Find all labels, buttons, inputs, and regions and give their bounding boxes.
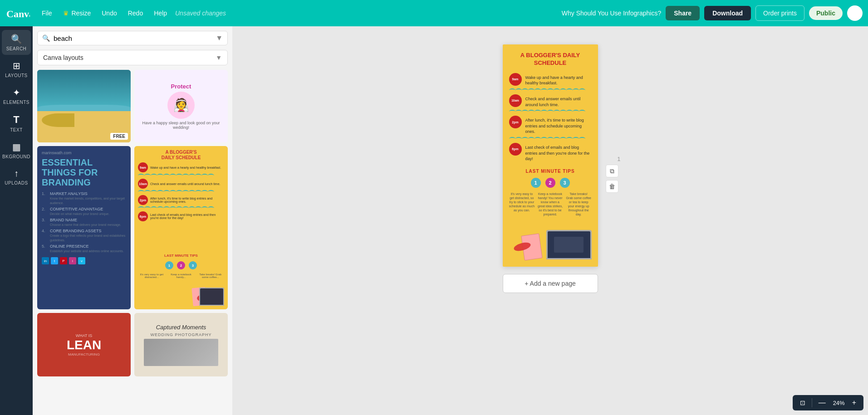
protect-title: Protect (171, 83, 191, 90)
time-badge-9am: 9am (509, 73, 522, 86)
present-button[interactable]: ⊡ (796, 397, 809, 408)
blogger-items: 9am Wake up and have a hearty and health… (138, 162, 224, 250)
branding-item-2: 2. COMPETITIVE ADVANTAGEDecide on what m… (42, 207, 126, 216)
share-button[interactable]: Share (666, 6, 700, 20)
main-infographic[interactable]: A BLOGGER'S DAILY SCHEDULE 9am Wake up a… (503, 44, 598, 267)
avatar[interactable] (847, 5, 863, 21)
infographic-row-9am: 9am Wake up and have a hearty and health… (509, 73, 592, 86)
tip-num-1: 1 (531, 178, 541, 188)
laptop-prop (546, 230, 592, 259)
download-button[interactable]: Download (704, 6, 751, 20)
canvas-page: A BLOGGER'S DAILY SCHEDULE 9am Wake up a… (503, 44, 598, 267)
canvas-area[interactable]: A BLOGGER'S DAILY SCHEDULE 9am Wake up a… (232, 26, 868, 415)
elements-icon: ✦ (13, 87, 20, 98)
item-text-9am: Wake up and have a hearty and healthy br… (525, 73, 592, 86)
branding-item-3: 3. BRAND NAMEChoose a name that delivers… (42, 218, 126, 227)
sidebar-item-search[interactable]: 🔍 SEARCH (2, 30, 31, 55)
canva-logo[interactable]: Canva (5, 5, 30, 21)
undo-menu[interactable]: Undo (97, 7, 121, 20)
help-menu[interactable]: Help (149, 7, 172, 20)
background-icon: ▦ (12, 142, 21, 152)
infographic-title: A BLOGGER'S DAILY SCHEDULE (509, 52, 592, 67)
tip-text-2: Keep a notebook handy! You never know wh… (537, 192, 563, 217)
icon-sidebar: 🔍 SEARCH ⊞ LAYOUTS ✦ ELEMENTS T TEXT ▦ B… (0, 26, 33, 415)
template-blogger[interactable]: A BLOGGER'SDAILY SCHEDULE 9am Wake up an… (134, 146, 228, 309)
linkedin-icon: in (42, 257, 49, 264)
order-prints-button[interactable]: Order prints (755, 5, 804, 21)
sidebar-item-background[interactable]: ▦ BKGROUND (2, 138, 31, 163)
time-badge-6pm: 6pm (509, 143, 522, 156)
template-lean[interactable]: WHAT IS LEAN MANUFACTURING (37, 313, 131, 376)
branding-title: ESSENTIAL THINGS FORBRANDING (42, 157, 126, 187)
blogger-row-10am: 10am Check and answer emails until aroun… (138, 179, 224, 189)
laptop-decoration (199, 288, 224, 306)
resize-menu[interactable]: ♛ Resize (59, 7, 96, 20)
template-branding[interactable]: marinswath.com ESSENTIAL THINGS FORBRAND… (37, 146, 131, 309)
template-protect[interactable]: Protect 👰 Have a happy sleep and look go… (134, 70, 228, 142)
branding-items: 1. MARKET ANALYSISKnow the market trends… (42, 191, 126, 253)
wave-3 (138, 206, 224, 210)
templates-grid: FREE Protect 👰 Have a happy sleep and lo… (37, 70, 228, 376)
uploads-icon: ↑ (14, 168, 19, 179)
sidebar-item-layouts[interactable]: ⊞ LAYOUTS (2, 57, 31, 82)
file-menu[interactable]: File (37, 7, 57, 20)
public-button[interactable]: Public (809, 6, 843, 20)
wave-sep-1 (509, 88, 592, 92)
tip-num-2: 2 (545, 178, 555, 188)
item-text-10am: Check and answer emails until around lun… (525, 94, 592, 107)
main-body: 🔍 SEARCH ⊞ LAYOUTS ✦ ELEMENTS T TEXT ▦ B… (0, 26, 868, 415)
branding-social-icons: in t P i v (42, 257, 126, 264)
blogger-laptop-area (138, 283, 224, 306)
blogger-row-2pm: 2pm After lunch, it's time to write blog… (138, 195, 224, 205)
protect-figure: 👰 (167, 92, 195, 119)
captured-title: Captured Moments (156, 324, 206, 331)
layout-dropdown[interactable]: Canva layouts ▼ (37, 50, 228, 65)
text-icon: T (13, 114, 19, 126)
sidebar-item-uploads-label: UPLOADS (5, 181, 28, 186)
tip-numbers: 1 2 3 (509, 178, 592, 188)
sidebar-item-text[interactable]: T TEXT (2, 110, 31, 136)
search-input[interactable] (54, 34, 212, 42)
delete-page-button[interactable]: 🗑 (606, 180, 618, 193)
add-page-button[interactable]: + Add a new page (503, 274, 598, 293)
layout-dropdown-arrow-icon: ▼ (216, 54, 222, 61)
blogger-tips-title: LAST MINUTE TIPS (138, 254, 224, 258)
crown-icon: ♛ (63, 10, 69, 17)
item-text-6pm: Last check of emails and blog entries an… (525, 143, 592, 162)
tip-text-3: Take breaks! Grab some coffee or tea to … (566, 192, 592, 217)
tip-texts: It's very easy to get distracted, so try… (509, 192, 592, 217)
protect-preview: Protect 👰 Have a happy sleep and look go… (134, 70, 228, 142)
unsaved-indicator: Unsaved changes (175, 10, 226, 17)
template-beach[interactable]: FREE (37, 70, 131, 142)
wave-1 (138, 174, 224, 177)
infographic-row-6pm: 6pm Last check of emails and blog entrie… (509, 143, 592, 162)
item-text-2pm: After lunch, it's time to write blog ent… (525, 116, 592, 135)
time-badge-10am: 10am (509, 94, 522, 107)
vimeo-icon: v (78, 257, 85, 264)
instagram-icon: i (69, 257, 76, 264)
redo-menu[interactable]: Redo (123, 7, 147, 20)
zoom-value: 24% (830, 400, 848, 406)
copy-page-button[interactable]: ⧉ (606, 165, 618, 177)
sidebar-item-uploads[interactable]: ↑ UPLOADS (2, 165, 31, 189)
blogger-row-9am: 9am Wake up and have a hearty and health… (138, 162, 224, 172)
protect-subtitle: Have a happy sleep and look good on your… (139, 121, 223, 130)
search-icon-small: 🔍 (42, 34, 50, 42)
page-number: 1 (617, 156, 620, 162)
topbar: Canva File ♛ Resize Undo Redo Help Unsav… (0, 0, 868, 26)
zoom-in-button[interactable]: + (848, 397, 860, 409)
zoom-divider (812, 398, 812, 407)
search-icon: 🔍 (11, 34, 22, 44)
sidebar-item-elements[interactable]: ✦ ELEMENTS (2, 83, 31, 108)
tip-text-1: It's very easy to get distracted, so try… (509, 192, 535, 217)
blogger-title: A BLOGGER'SDAILY SCHEDULE (138, 150, 224, 161)
branding-item-4: 4. CORE BRANDING ASSETSCreate a logo tha… (42, 229, 126, 242)
branding-item-5: 5. ONLINE PRESENCEEstablish your website… (42, 244, 126, 253)
wave-sep-3 (509, 137, 592, 141)
search-bar: 🔍 ▼ (37, 31, 228, 45)
lean-content: WHAT IS LEAN MANUFACTURING (67, 313, 101, 376)
wave-sep-2 (509, 110, 592, 113)
blogger-tip-texts: It's very easy to get distracted... Keep… (138, 273, 224, 278)
zoom-out-button[interactable]: — (815, 397, 829, 409)
template-captured[interactable]: Captured Moments WEDDING PHOTOGRAPHY (134, 313, 228, 376)
